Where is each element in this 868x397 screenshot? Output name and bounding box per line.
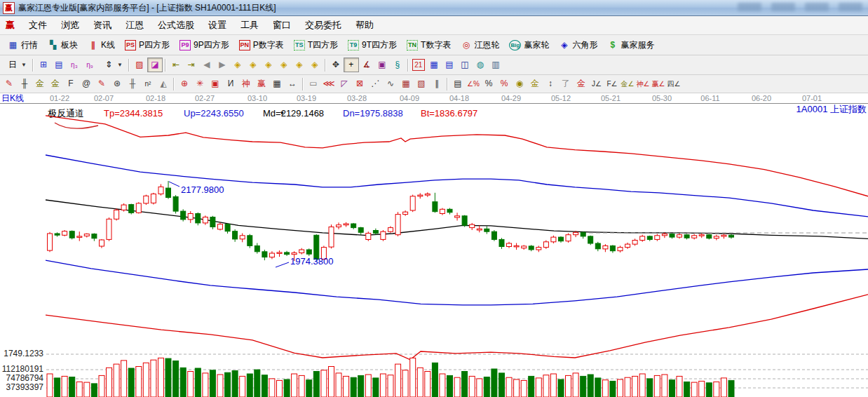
fibo-grid-icon[interactable]: F (63, 76, 79, 91)
period-day-selector[interactable]: 日▼ (1, 56, 30, 74)
stats-panel-icon[interactable]: ▤ (450, 76, 466, 91)
gold-level-icon[interactable]: 金 (527, 76, 543, 91)
menu-item-6[interactable]: 工具 (233, 18, 266, 33)
width-measure-icon[interactable]: ↔ (285, 76, 300, 91)
save-icon[interactable]: ◫ (457, 58, 473, 72)
trend-lines-icon[interactable]: ⋰ (367, 76, 383, 91)
box-x-icon[interactable]: ⊠ (352, 76, 367, 91)
menu-item-0[interactable]: 文件 (22, 18, 54, 33)
grid-dots-icon[interactable]: ▦ (398, 76, 414, 91)
p-square-button[interactable]: PSP四方形 (120, 38, 175, 53)
zigzag-icon[interactable]: ∿ (383, 76, 398, 91)
star-cycle-icon[interactable]: ✳ (192, 76, 208, 91)
gann-wheel-button[interactable]: ◎江恩轮 (456, 38, 504, 53)
color-chart-icon[interactable]: ◪ (147, 58, 163, 72)
gann-box-icon[interactable]: ▣ (374, 58, 390, 72)
ying-grid-icon[interactable]: 赢 (254, 76, 269, 91)
candle-body-4 (77, 236, 82, 238)
menu-item-1[interactable]: 浏览 (54, 18, 86, 33)
fit-all-icon[interactable]: ◈ (307, 58, 323, 72)
gann-grid-icon[interactable]: ╫ (17, 76, 32, 91)
calculator-icon[interactable]: ▦ (426, 58, 442, 72)
winner-wheel-button[interactable]: Big赢家轮 (504, 38, 554, 53)
menu-item-9[interactable]: 帮助 (348, 18, 381, 33)
menu-item-7[interactable]: 窗口 (266, 18, 298, 33)
winner-service-button[interactable]: $赢家服务 (602, 38, 659, 53)
rect-tool-icon[interactable]: ▭ (306, 76, 321, 91)
percent-line-icon[interactable]: % (496, 76, 512, 91)
volume-bar-20 (195, 368, 201, 397)
gold-red-icon[interactable]: 金 (574, 76, 589, 91)
brush2-icon[interactable]: ✎ (94, 76, 109, 91)
cycle-line-icon[interactable]: ╫ (125, 76, 140, 91)
spiral-icon[interactable]: @ (79, 76, 94, 91)
prev-bar-icon[interactable]: ◀ (199, 58, 215, 72)
gold-angle-icon[interactable]: 金∠ (620, 76, 635, 91)
box-target-icon[interactable]: ▣ (208, 76, 223, 91)
region-select-icon[interactable]: ▨ (132, 58, 147, 72)
candle-style-selector[interactable]: ⇕▼ (97, 56, 126, 74)
t-square-button[interactable]: TST四方形 (289, 38, 343, 53)
gann-target-icon[interactable]: ⊕ (177, 76, 192, 91)
percent-range-icon[interactable]: ∠% (466, 76, 481, 91)
menu-item-3[interactable]: 江恩 (118, 18, 151, 33)
first-page-icon[interactable]: ⇤ (168, 58, 184, 72)
percent-icon[interactable]: % (481, 76, 496, 91)
circle-cycle-icon[interactable]: ⊛ (109, 76, 125, 91)
calendar-21-icon[interactable]: 21 (412, 59, 425, 71)
grid-arrow-icon[interactable]: ▧ (414, 76, 429, 91)
brush-icon[interactable]: ✎ (1, 76, 17, 91)
menu-item-2[interactable]: 资讯 (86, 18, 118, 33)
p9-square-button[interactable]: P99P四方形 (175, 38, 234, 53)
f-angle-icon[interactable]: F∠ (604, 76, 620, 91)
hexagon-button[interactable]: ◈六角形 (554, 38, 602, 53)
si-angle-icon[interactable]: 四∠ (666, 76, 681, 91)
fan-lines-icon[interactable]: ⋘ (321, 76, 337, 91)
menu-item-4[interactable]: 公式选股 (151, 18, 201, 33)
shift-left-icon[interactable]: ◈ (230, 58, 245, 72)
gold-circle-icon[interactable]: ◉ (512, 76, 527, 91)
shen-angle-icon[interactable]: 神∠ (635, 76, 651, 91)
shift-right-icon[interactable]: ◈ (245, 58, 261, 72)
compress-icon[interactable]: ◈ (276, 58, 292, 72)
pan-hand-icon[interactable]: ✥ (328, 58, 344, 72)
fan-box-icon[interactable]: ◸ (337, 76, 352, 91)
computer-icon[interactable]: ▥ (488, 58, 503, 72)
mini-chart3-icon[interactable]: η₃ (67, 58, 82, 72)
price-flag-icon[interactable]: ↕ (543, 76, 558, 91)
crosshair-icon[interactable]: + (344, 58, 359, 72)
notes-icon[interactable]: ▤ (442, 58, 457, 72)
j-angle-icon[interactable]: J∠ (589, 76, 604, 91)
mini-chart9-icon[interactable]: η₉ (82, 58, 97, 72)
t9-square-button[interactable]: T99T四方形 (343, 38, 402, 53)
wave-tool-icon[interactable]: § (390, 58, 405, 72)
window-layout-icon[interactable]: ⊞ (36, 58, 51, 72)
wave-mark-icon[interactable]: И (223, 76, 238, 91)
info-panel-icon[interactable]: ▤ (51, 58, 67, 72)
shen-grid-icon[interactable]: 神 (238, 76, 254, 91)
gold-split-icon[interactable]: 金 (32, 76, 48, 91)
angle-fan-icon[interactable]: ◭ (156, 76, 171, 91)
square-n2-icon[interactable]: n² (140, 76, 156, 91)
angle-measure-icon[interactable]: ∡ (359, 58, 374, 72)
p-number-button[interactable]: PNP数字表 (234, 38, 289, 53)
kline-button[interactable]: ∥K线 (83, 38, 120, 53)
zoom-h-icon[interactable]: ◈ (261, 58, 276, 72)
ying-angle-icon[interactable]: 赢∠ (651, 76, 666, 91)
grid-123-icon[interactable]: ▦ (269, 76, 285, 91)
next-bar-icon[interactable]: ▶ (215, 58, 230, 72)
sectors-button[interactable]: ▚板块 (43, 38, 83, 53)
quotes-button[interactable]: ▦行情 (3, 38, 43, 53)
volume-bar-87 (691, 382, 697, 397)
export-web-icon[interactable]: ◍ (473, 58, 488, 72)
gold-split2-icon[interactable]: 金 (48, 76, 63, 91)
menu-item-8[interactable]: 交易委托 (298, 18, 348, 33)
parallel-lines-icon[interactable]: ∥ (429, 76, 445, 91)
volume-bar-26 (240, 376, 245, 397)
kline-chart[interactable]: 01-2202-0702-1802-2703-1003-1903-2804-09… (0, 93, 868, 397)
menu-item-5[interactable]: 设置 (201, 18, 233, 33)
expand-icon[interactable]: ◈ (292, 58, 307, 72)
t-number-button[interactable]: TNT数字表 (402, 38, 456, 53)
last-page-icon[interactable]: ⇥ (184, 58, 199, 72)
hook-tool-icon[interactable]: 了 (558, 76, 574, 91)
